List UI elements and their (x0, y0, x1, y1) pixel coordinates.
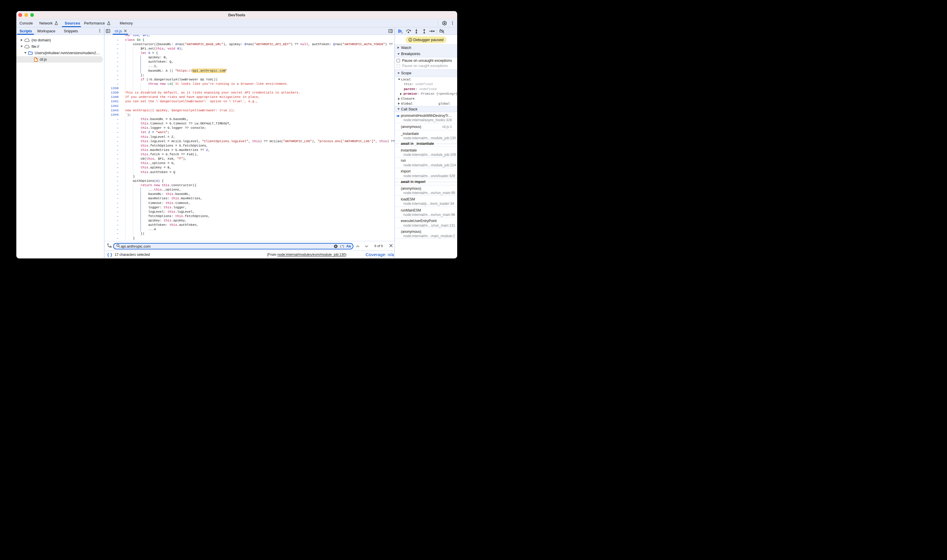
svg-text:B: B (110, 245, 112, 248)
svg-text:A: A (107, 243, 109, 246)
